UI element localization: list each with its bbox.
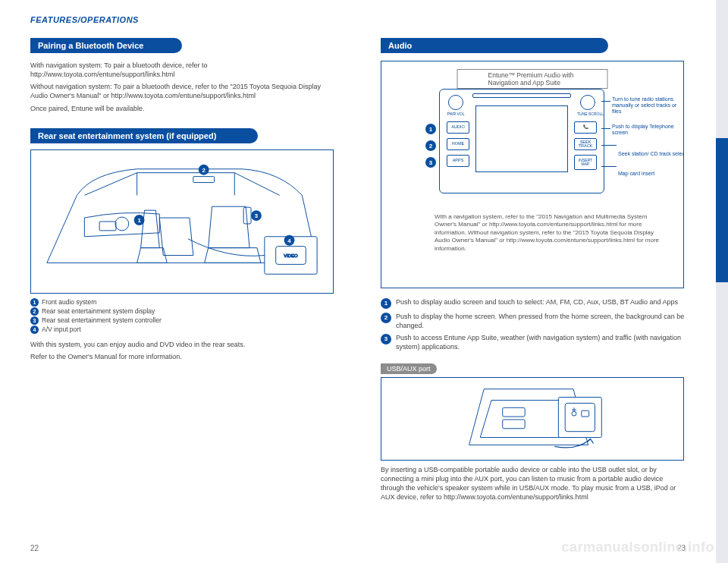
page-header: FEATURES/OPERATIONS xyxy=(30,15,335,24)
volume-knob-icon xyxy=(448,95,463,110)
callout-seek: Seek station/ CD track select xyxy=(618,151,684,157)
home-button: HOME xyxy=(447,138,469,150)
rear-legend-3: Rear seat entertainment system controlle… xyxy=(42,316,162,324)
audio-legend-badge-3: 3 xyxy=(381,334,391,344)
rear-p2: Refer to the Owner's Manual for more inf… xyxy=(30,352,335,361)
rear-legend-2: Rear seat entertainment system display xyxy=(42,307,155,315)
svg-text:3: 3 xyxy=(255,212,259,219)
tab-active xyxy=(716,138,728,282)
audio-legend-3: Push to access Entune App Suite, weather… xyxy=(396,334,686,351)
map-button: INSERT MAP xyxy=(574,155,597,170)
svg-text:1: 1 xyxy=(137,217,141,224)
svg-text:4: 4 xyxy=(287,237,291,244)
cd-slot-icon xyxy=(472,93,571,98)
audio-legend-2: Push to display the home screen. When pr… xyxy=(396,313,686,330)
callout-map: Map card insert xyxy=(618,171,684,177)
audio-button: AUDIO xyxy=(447,121,469,134)
svg-rect-15 xyxy=(503,407,525,417)
badge-4: 4 xyxy=(30,326,39,334)
usb-banner: USB/AUX port xyxy=(381,363,437,374)
page-number-left: 22 xyxy=(30,544,39,552)
rear-legend-1: Front audio system xyxy=(42,298,96,306)
seek-button: SEEK TRACK xyxy=(574,138,597,150)
badge-3: 3 xyxy=(30,316,39,325)
svg-rect-0 xyxy=(99,222,116,231)
watermark: carmanualsonline.info xyxy=(561,539,714,555)
svg-text:VIDEO: VIDEO xyxy=(284,253,298,258)
tune-knob-icon xyxy=(580,95,595,110)
svg-rect-2 xyxy=(193,176,215,182)
audio-banner: Audio xyxy=(381,38,608,53)
head-unit: PWR·VOL TUNE·SCROLL AUDIO HOME APPS 📞 SE… xyxy=(439,89,604,193)
tune-label: TUNE·SCROLL xyxy=(577,112,598,116)
phone-button: 📞 xyxy=(574,121,597,134)
bluetooth-p1: With navigation system: To pair a blueto… xyxy=(30,61,335,79)
bluetooth-p2: Without navigation system: To pair a blu… xyxy=(30,82,335,100)
right-page: Audio Entune™ Premium Audio with Navigat… xyxy=(358,0,716,563)
rear-p1: With this system, you can enjoy audio an… xyxy=(30,340,335,349)
audio-badge-2: 2 xyxy=(425,140,436,151)
usb-illustration xyxy=(381,377,684,461)
bluetooth-p3: Once paired, Entune will be available. xyxy=(30,104,335,113)
vol-label: PWR·VOL xyxy=(445,112,466,116)
audio-legend-badge-2: 2 xyxy=(381,313,391,323)
svg-text:2: 2 xyxy=(202,166,206,173)
audio-bottom-text: With a navigation system, refer to the "… xyxy=(435,213,661,253)
audio-caption: Entune™ Premium Audio with Navigation an… xyxy=(457,69,608,89)
audio-legend-badge-1: 1 xyxy=(381,298,391,309)
svg-rect-16 xyxy=(503,420,525,429)
callout-phone: Push to display Telephone screen xyxy=(612,124,680,136)
usb-p1: By inserting a USB-compatible portable a… xyxy=(381,465,686,502)
audio-badge-3: 3 xyxy=(425,157,436,168)
rear-seat-banner: Rear seat entertainment system (if equip… xyxy=(30,128,258,143)
tab-3 xyxy=(716,282,728,563)
bluetooth-banner: Pairing a Bluetooth Device xyxy=(30,38,182,53)
rear-seat-illustration: VIDEO 1 2 3 4 xyxy=(30,149,334,294)
audio-badge-1: 1 xyxy=(425,124,436,134)
badge-1: 1 xyxy=(30,298,39,307)
audio-legend-1: Push to display audio screen and touch t… xyxy=(396,298,678,307)
audio-illustration: Entune™ Premium Audio with Navigation an… xyxy=(381,61,684,288)
svg-point-1 xyxy=(115,217,129,231)
rear-legend: 1Front audio system 2Rear seat entertain… xyxy=(30,298,335,334)
tab-1 xyxy=(716,0,728,68)
touchscreen-icon xyxy=(475,105,568,172)
rear-legend-4: A/V input port xyxy=(42,326,81,333)
badge-2: 2 xyxy=(30,307,39,316)
apps-button: APPS xyxy=(447,155,469,167)
tab-2 xyxy=(716,68,728,138)
side-tabs xyxy=(716,0,728,563)
left-page: FEATURES/OPERATIONS Pairing a Bluetooth … xyxy=(0,0,358,563)
callout-tune: Turn to tune radio stations manually or … xyxy=(612,96,680,115)
